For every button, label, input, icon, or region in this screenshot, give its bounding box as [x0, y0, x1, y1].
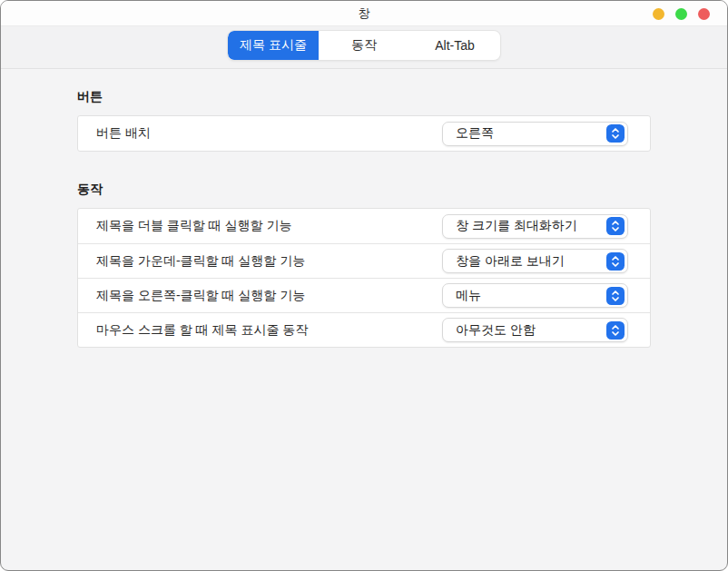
- tab-titlebar[interactable]: 제목 표시줄: [228, 31, 319, 60]
- chevron-up-down-icon: [606, 217, 625, 235]
- row-double-click-action: 제목을 더블 클릭할 때 실행할 기능 창 크기를 최대화하기: [78, 209, 650, 243]
- dropdown-value: 창 크기를 최대화하기: [456, 218, 577, 234]
- dropdown-value: 아무것도 안함: [456, 322, 536, 339]
- tab-strip: 제목 표시줄 동작 Alt-Tab: [1, 26, 727, 69]
- close-button[interactable]: [698, 8, 710, 20]
- scroll-action-dropdown[interactable]: 아무것도 안함: [442, 318, 628, 342]
- window-title: 창: [359, 5, 370, 22]
- right-click-dropdown[interactable]: 메뉴: [442, 283, 628, 308]
- window-controls: [653, 1, 710, 26]
- row-label: 버튼 배치: [96, 125, 151, 142]
- button-placement-dropdown[interactable]: 오른쪽: [442, 122, 628, 146]
- dropdown-value: 창을 아래로 보내기: [456, 253, 565, 270]
- tab-behavior[interactable]: 동작: [319, 31, 409, 60]
- chevron-up-down-icon: [606, 321, 625, 340]
- chevron-up-down-icon: [606, 287, 625, 305]
- card-actions: 제목을 더블 클릭할 때 실행할 기능 창 크기를 최대화하기 제목을 가운데-…: [77, 208, 651, 348]
- row-label: 제목을 더블 클릭할 때 실행할 기능: [96, 218, 291, 234]
- row-scroll-action: 마우스 스크롤 할 때 제목 표시줄 동작 아무것도 안함: [78, 312, 650, 347]
- section-title-buttons: 버튼: [77, 89, 651, 105]
- dropdown-value: 오른쪽: [456, 125, 494, 142]
- dropdown-value: 메뉴: [456, 288, 481, 304]
- card-buttons: 버튼 배치 오른쪽: [77, 115, 651, 152]
- row-label: 마우스 스크롤 할 때 제목 표시줄 동작: [96, 322, 308, 339]
- row-button-placement: 버튼 배치 오른쪽: [78, 116, 650, 151]
- chevron-up-down-icon: [606, 252, 625, 271]
- tab-alt-tab[interactable]: Alt-Tab: [409, 31, 500, 60]
- double-click-dropdown[interactable]: 창 크기를 최대화하기: [442, 214, 628, 239]
- row-label: 제목을 가운데-클릭할 때 실행할 기능: [96, 253, 305, 270]
- section-title-actions: 동작: [77, 182, 651, 198]
- titlebar[interactable]: 창: [1, 1, 727, 26]
- minimize-button[interactable]: [653, 8, 664, 20]
- settings-window: 창 제목 표시줄 동작 Alt-Tab 버튼 버튼 배치 오른쪽: [0, 0, 728, 571]
- row-middle-click-action: 제목을 가운데-클릭할 때 실행할 기능 창을 아래로 보내기: [78, 243, 650, 278]
- maximize-button[interactable]: [675, 8, 687, 20]
- row-right-click-action: 제목을 오른쪽-클릭할 때 실행할 기능 메뉴: [78, 278, 650, 312]
- tab-switcher: 제목 표시줄 동작 Alt-Tab: [227, 30, 501, 61]
- content-area: 버튼 버튼 배치 오른쪽 동작: [1, 69, 727, 570]
- chevron-up-down-icon: [606, 124, 625, 143]
- row-label: 제목을 오른쪽-클릭할 때 실행할 기능: [96, 288, 305, 304]
- middle-click-dropdown[interactable]: 창을 아래로 보내기: [442, 249, 628, 273]
